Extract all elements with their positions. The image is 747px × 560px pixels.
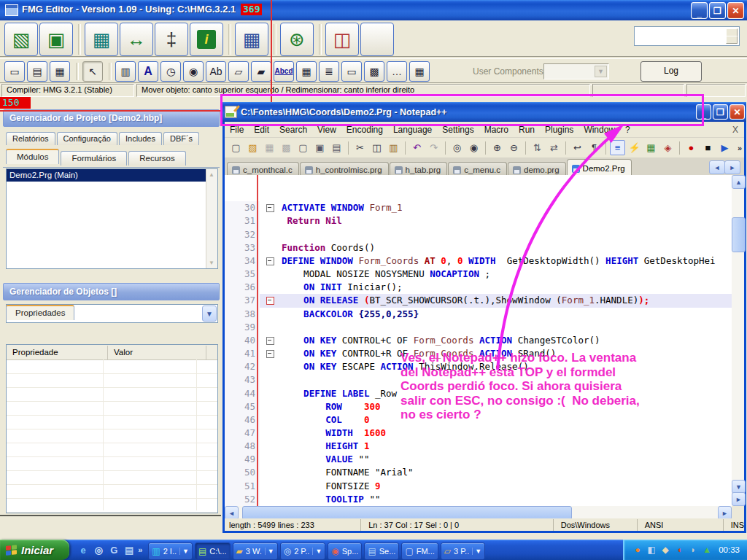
- npp-doc-close-icon[interactable]: X: [727, 125, 744, 135]
- save-project-button[interactable]: ▣: [39, 23, 73, 56]
- search-icon[interactable]: ◎: [92, 543, 105, 556]
- npp-maximize-button[interactable]: ❐: [713, 104, 728, 120]
- undo-icon[interactable]: ↶: [409, 140, 425, 155]
- code-line-47[interactable]: 47 WIDTH 1600: [225, 427, 732, 440]
- property-grid-row[interactable]: [7, 388, 217, 402]
- property-grid-row[interactable]: [7, 374, 217, 388]
- resize-form-button[interactable]: ↔: [120, 23, 153, 56]
- tray-security-window[interactable]: ◧: [646, 544, 657, 556]
- editor-hscrollbar[interactable]: ◄ ►: [225, 506, 732, 518]
- open-file-icon[interactable]: ▨: [245, 140, 260, 155]
- fmg-close-button[interactable]: ✕: [727, 2, 744, 19]
- google-icon[interactable]: G: [107, 543, 120, 556]
- redo-icon[interactable]: ↷: [426, 140, 441, 155]
- fold-collapse-icon[interactable]: [266, 257, 274, 265]
- save-all-icon[interactable]: ▩: [279, 140, 294, 155]
- taskbar-button-dropdown-icon[interactable]: ▼: [265, 548, 274, 555]
- print-icon[interactable]: ▤: [329, 140, 344, 155]
- taskbar-button-3w[interactable]: ▰3 W.▼: [233, 542, 278, 560]
- grid-header-property[interactable]: Propriedade: [7, 346, 108, 359]
- start-button[interactable]: Iniciar: [0, 540, 69, 560]
- code-line-51[interactable]: 51 FONTSIZE 9: [225, 480, 732, 493]
- grid-button[interactable]: ▦: [235, 23, 268, 56]
- tray-green-app[interactable]: ▲: [701, 544, 713, 556]
- settings-gear-button[interactable]: ⊛: [280, 23, 314, 56]
- notes-icon[interactable]: ▤: [123, 543, 136, 556]
- spinner-down-button[interactable]: [726, 36, 738, 44]
- project-tab-mdulos[interactable]: Módulos: [6, 149, 59, 164]
- code-line-48[interactable]: 48 HEIGHT 1: [225, 440, 732, 453]
- tray-printer[interactable]: ◆: [659, 544, 671, 556]
- fold-collapse-icon[interactable]: [266, 350, 274, 358]
- cut-icon[interactable]: ✂: [352, 140, 368, 155]
- scroll-right-icon[interactable]: ►: [732, 492, 746, 506]
- save-file-icon[interactable]: ▦: [262, 140, 277, 155]
- fold-collapse-icon[interactable]: [266, 204, 274, 212]
- word-wrap-icon[interactable]: ↩: [570, 140, 585, 155]
- sync-horizontal-icon[interactable]: ⇄: [546, 140, 562, 155]
- tray-volume-gray[interactable]: ◗: [687, 544, 699, 556]
- code-line-34[interactable]: 34DEFINE WINDOW Form_Coords AT 0, 0 WIDT…: [225, 254, 732, 268]
- taskbar-button-c[interactable]: ▤C:\...: [195, 542, 231, 560]
- property-grid-row[interactable]: [7, 416, 217, 429]
- taskbar-button-dropdown-icon[interactable]: ▼: [179, 548, 189, 555]
- code-line-52[interactable]: 52 TOOLTIP "": [225, 493, 732, 506]
- sync-vertical-icon[interactable]: ⇅: [530, 140, 545, 155]
- project-tab-recursos[interactable]: Recursos: [128, 151, 186, 166]
- new-file-icon[interactable]: ▢: [228, 140, 244, 155]
- fmg-title-bar[interactable]: FMG Editor - Version 1.09 - Using: C:\HM…: [0, 0, 747, 20]
- property-grid-row[interactable]: [7, 485, 217, 499]
- paste-icon[interactable]: ▥: [386, 140, 401, 155]
- replace-icon[interactable]: ◉: [466, 140, 481, 155]
- find-icon[interactable]: ◎: [449, 140, 465, 155]
- run-script-icon[interactable]: ◈: [660, 140, 676, 155]
- property-grid-row[interactable]: [7, 471, 217, 485]
- code-line-35[interactable]: 35 MODAL NOSIZE NOSYSMENU NOCAPTION ;: [225, 268, 732, 281]
- books-button[interactable]: ▥: [115, 61, 136, 82]
- fold-collapse-icon[interactable]: [266, 337, 274, 345]
- taskbar-button-fm[interactable]: ▢FM...: [401, 542, 438, 560]
- fmg-maximize-button[interactable]: ❐: [709, 2, 726, 19]
- zoom-out-icon[interactable]: ⊖: [506, 140, 522, 155]
- close-file-icon[interactable]: ▢: [295, 140, 311, 155]
- function-list-icon[interactable]: ⚡: [627, 140, 642, 155]
- textbox-button[interactable]: Ab: [206, 61, 226, 82]
- window-button[interactable]: ▭: [4, 61, 25, 82]
- code-line-39[interactable]: 39: [225, 321, 732, 334]
- code-line-40[interactable]: 40 ON KEY CONTROL+C OF Form_Coords ACTIO…: [225, 334, 732, 347]
- log-button[interactable]: Log: [640, 61, 702, 82]
- tray-volume-red[interactable]: ◖: [673, 544, 685, 556]
- code-line-33[interactable]: 33Function Coords(): [225, 241, 732, 254]
- align-tools-button[interactable]: ‡: [155, 23, 188, 56]
- timer-button[interactable]: ◷: [160, 61, 181, 82]
- tray-orange-app[interactable]: ●: [632, 544, 643, 556]
- taskbar-button-2i[interactable]: ▥2 I..▼: [148, 542, 193, 560]
- tab-scroll-left-icon[interactable]: ◄: [709, 160, 725, 174]
- property-grid-row[interactable]: [7, 457, 217, 471]
- code-line-32[interactable]: 32: [225, 228, 732, 241]
- doc-map-icon[interactable]: ▦: [643, 140, 659, 155]
- form-guides-button[interactable]: ◫: [325, 23, 359, 56]
- animate-button[interactable]: ▰: [251, 61, 271, 82]
- taskbar-button-se[interactable]: ▤Se...: [364, 542, 399, 560]
- grid-header-value[interactable]: Valor: [108, 346, 206, 359]
- taskbar-button-dropdown-icon[interactable]: ▼: [472, 548, 481, 555]
- scroll-up-icon[interactable]: ▲: [207, 170, 216, 179]
- info-ruler-button[interactable]: i: [190, 23, 223, 56]
- project-list-item[interactable]: Demo2.Prg (Main): [7, 169, 206, 182]
- tab-scroll-right-icon[interactable]: ►: [724, 160, 740, 174]
- radio-button-button[interactable]: ◉: [183, 61, 204, 82]
- dotted-box-button[interactable]: …: [387, 61, 407, 82]
- chevron-down-icon[interactable]: ▼: [202, 306, 217, 322]
- show-all-chars-icon[interactable]: ¶: [587, 140, 602, 155]
- db-grid-button[interactable]: ▦: [409, 61, 430, 82]
- play-macro-icon[interactable]: ▶: [717, 140, 732, 155]
- editor-vscrollbar[interactable]: ▲ ▼ ►: [732, 175, 744, 506]
- player-button[interactable]: ▩: [364, 61, 384, 82]
- document-button[interactable]: ▤: [27, 61, 47, 82]
- combo-list-button[interactable]: ≣: [319, 61, 339, 82]
- component-cart-button[interactable]: ▦: [85, 23, 118, 56]
- project-tab-includes[interactable]: Includes: [119, 132, 162, 145]
- font-button[interactable]: A: [138, 61, 158, 82]
- copy-icon[interactable]: ◫: [369, 140, 384, 155]
